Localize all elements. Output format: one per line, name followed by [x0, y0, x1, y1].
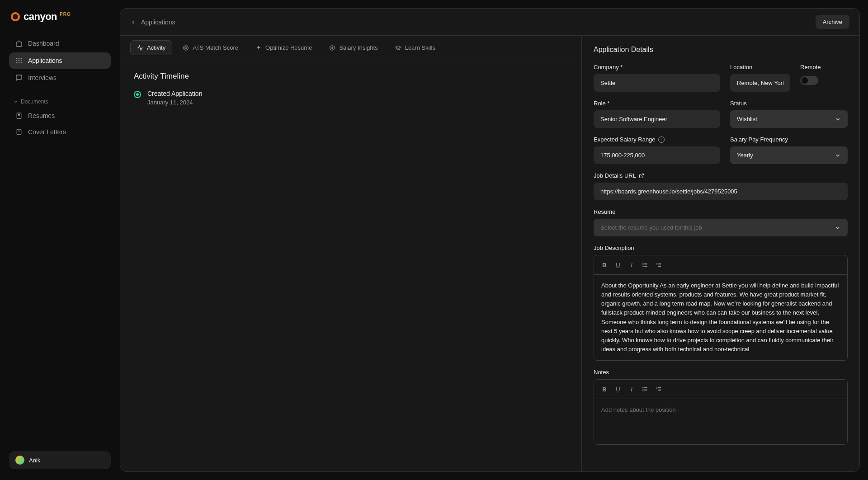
nav-item-applications[interactable]: Applications: [9, 52, 111, 69]
grid-icon: [15, 57, 23, 64]
svg-point-6: [16, 62, 17, 63]
location-label: Location: [730, 64, 790, 71]
timeline-item-title: Created Application: [147, 90, 202, 97]
brand-logo[interactable]: canyon PRO: [9, 11, 111, 23]
salary-freq-select[interactable]: Yearly: [730, 146, 848, 164]
svg-point-8: [21, 62, 22, 63]
chevron-down-icon: [14, 99, 18, 104]
chevron-down-icon: [835, 116, 841, 122]
info-icon[interactable]: i: [658, 136, 665, 143]
underline-button[interactable]: U: [612, 383, 624, 395]
expected-salary-input[interactable]: [594, 146, 720, 164]
nav-item-interviews[interactable]: Interviews: [9, 70, 111, 86]
bullet-list-icon: [642, 262, 648, 268]
underline-button[interactable]: U: [612, 259, 624, 271]
notes-placeholder: Add notes about the position: [601, 406, 676, 413]
ordered-list-button[interactable]: [653, 383, 665, 395]
job-description-text[interactable]: About the Opportunity As an early engine…: [594, 275, 847, 360]
status-select[interactable]: Wishlist: [730, 110, 848, 128]
job-url-label: Job Details URL: [594, 172, 848, 179]
chevron-left-icon: [130, 19, 137, 25]
tab-label: ATS Match Score: [193, 44, 238, 51]
home-icon: [15, 40, 23, 47]
tab-label: Optimize Resume: [265, 44, 312, 51]
tab-activity[interactable]: Activity: [130, 40, 172, 55]
resume-label: Resume: [594, 208, 848, 215]
tab-label: Activity: [147, 44, 165, 51]
nav-label: Dashboard: [28, 40, 59, 47]
svg-point-3: [16, 60, 17, 61]
ordered-list-button[interactable]: [653, 259, 665, 271]
tab-learn-skills[interactable]: Learn Skills: [388, 40, 442, 55]
logo-icon: [11, 12, 20, 21]
page-icon: [15, 128, 23, 136]
editor-toolbar: B U I: [594, 255, 847, 275]
salary-freq-value: Yearly: [737, 152, 753, 159]
company-input[interactable]: [594, 74, 720, 92]
nav-item-resumes[interactable]: Resumes: [9, 108, 111, 124]
bullet-list-button[interactable]: [639, 383, 651, 395]
document-icon: [15, 112, 23, 119]
breadcrumb[interactable]: Applications: [130, 19, 175, 26]
status-value: Wishlist: [737, 116, 757, 122]
svg-point-1: [19, 58, 19, 59]
documents-header[interactable]: Documents: [9, 96, 111, 108]
role-label: Role *: [594, 100, 720, 107]
location-input[interactable]: [730, 74, 790, 92]
bold-button[interactable]: B: [599, 383, 610, 395]
main-panel: Applications Archive Activity ATS Match …: [120, 8, 860, 472]
notes-text[interactable]: Add notes about the position: [594, 399, 847, 444]
bullet-list-button[interactable]: [639, 259, 651, 271]
nav-label: Resumes: [28, 112, 55, 119]
user-menu[interactable]: Anik: [9, 451, 111, 469]
italic-button[interactable]: I: [626, 383, 637, 395]
money-icon: [329, 45, 335, 51]
panel-header: Applications Archive: [120, 9, 859, 36]
nav-label: Cover Letters: [28, 128, 66, 136]
svg-point-4: [19, 60, 19, 61]
remote-toggle[interactable]: [800, 76, 818, 85]
italic-button[interactable]: I: [626, 259, 637, 271]
nav-label: Interviews: [28, 74, 57, 81]
breadcrumb-label: Applications: [141, 19, 175, 26]
brand-badge: PRO: [60, 12, 71, 17]
svg-point-21: [643, 263, 643, 264]
svg-point-14: [184, 45, 189, 50]
job-url-input[interactable]: [594, 183, 848, 200]
svg-point-23: [643, 266, 643, 267]
timeline-item: Created Application January 11, 2024: [134, 90, 568, 106]
resume-placeholder: Select the resume you used for this job: [600, 224, 702, 231]
user-name: Anik: [29, 457, 40, 464]
section-label: Documents: [21, 99, 48, 105]
nav-label: Applications: [28, 57, 62, 64]
avatar: [15, 456, 24, 465]
nav-item-cover-letters[interactable]: Cover Letters: [9, 124, 111, 140]
main-nav: Dashboard Applications Interviews: [9, 35, 111, 86]
tab-ats-match[interactable]: ATS Match Score: [176, 40, 245, 55]
graduation-icon: [395, 45, 401, 51]
brand-name: canyon: [24, 11, 57, 23]
nav-item-dashboard[interactable]: Dashboard: [9, 35, 111, 52]
tab-optimize-resume[interactable]: Optimize Resume: [249, 40, 319, 55]
salary-label: Expected Salary Range i: [594, 136, 720, 143]
job-description-editor: B U I About the Opportunity As an: [594, 255, 848, 361]
documents-section: Documents Resumes Cover Letters: [9, 96, 111, 140]
external-link-icon[interactable]: [639, 173, 644, 179]
archive-button[interactable]: Archive: [816, 15, 849, 29]
role-input[interactable]: [594, 110, 720, 128]
activity-title: Activity Timeline: [134, 72, 568, 81]
company-label: Company *: [594, 64, 720, 71]
sidebar: canyon PRO Dashboard Applications Interv…: [0, 0, 120, 480]
svg-point-30: [643, 387, 643, 388]
activity-icon: [137, 45, 143, 51]
timeline-item-date: January 11, 2024: [147, 99, 202, 106]
resume-select[interactable]: Select the resume you used for this job: [594, 219, 848, 236]
activity-area: Activity Timeline Created Application Ja…: [120, 60, 581, 118]
bold-button[interactable]: B: [599, 259, 610, 271]
svg-point-5: [21, 60, 22, 61]
tab-label: Learn Skills: [405, 44, 435, 51]
tab-salary-insights[interactable]: Salary Insights: [322, 40, 384, 55]
svg-point-0: [16, 58, 17, 59]
tab-label: Salary Insights: [339, 44, 377, 51]
svg-point-32: [643, 391, 643, 391]
